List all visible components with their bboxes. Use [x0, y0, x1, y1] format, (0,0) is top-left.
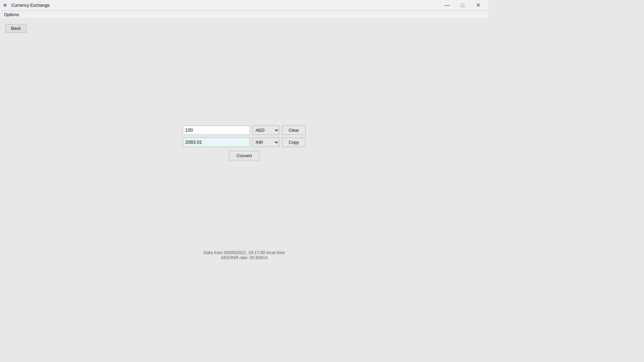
clear-button[interactable]: Clear: [282, 125, 306, 135]
content-area: Back AED INR USD EUR GBP Clear INR AED U…: [0, 19, 488, 274]
footer-line2: AED/INR rate: 20.83014: [204, 255, 285, 260]
to-currency-select[interactable]: INR AED USD EUR GBP: [253, 137, 279, 147]
close-button[interactable]: ✕: [470, 0, 486, 11]
back-button[interactable]: Back: [5, 24, 26, 33]
title-bar-left: ✕ Currency Exchange: [3, 2, 50, 8]
convert-row: Convert: [229, 149, 259, 160]
to-row: INR AED USD EUR GBP Copy: [183, 137, 306, 147]
footer-info: Data from 03/05/2022, 19:17:00 local tim…: [204, 250, 285, 260]
app-title: Currency Exchange: [11, 3, 50, 8]
result-input[interactable]: [183, 137, 250, 147]
title-bar: ✕ Currency Exchange — □ ✕: [0, 0, 488, 11]
copy-button[interactable]: Copy: [282, 137, 306, 147]
window-controls: — □ ✕: [439, 0, 486, 11]
svg-text:✕: ✕: [3, 3, 7, 8]
minimize-button[interactable]: —: [439, 0, 455, 11]
amount-input[interactable]: [183, 125, 250, 135]
footer-line1: Data from 03/05/2022, 19:17:00 local tim…: [204, 250, 285, 255]
from-currency-select[interactable]: AED INR USD EUR GBP: [253, 125, 279, 135]
convert-button[interactable]: Convert: [229, 151, 259, 160]
app-icon: ✕: [3, 2, 9, 8]
maximize-button[interactable]: □: [455, 0, 470, 11]
menu-bar: Options: [0, 11, 488, 19]
options-menu[interactable]: Options: [1, 11, 22, 18]
from-row: AED INR USD EUR GBP Clear: [183, 125, 306, 135]
converter-form: AED INR USD EUR GBP Clear INR AED USD EU…: [183, 125, 306, 163]
